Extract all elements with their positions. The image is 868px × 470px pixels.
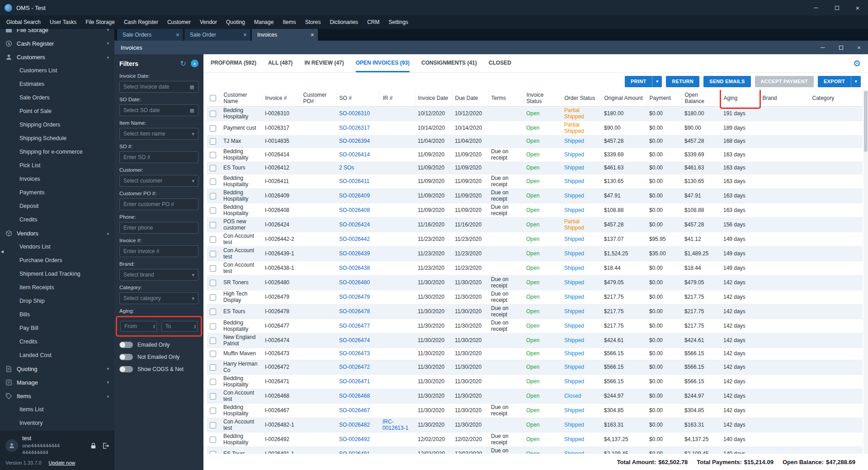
close-button[interactable]: × <box>847 0 868 15</box>
sidebar-item-quoting[interactable]: Quoting▾ <box>0 362 114 376</box>
so-number-link[interactable]: SO-0026482 <box>339 422 370 428</box>
table-row[interactable]: Bedding HospitalityI-0026411SO-002641111… <box>207 174 863 189</box>
so-number-link[interactable]: SO-0026479 <box>339 294 370 300</box>
sidebar-item-items-list[interactable]: Items List <box>0 403 114 416</box>
table-row[interactable]: Muffin MavenI-0026473SO-002647311/30/202… <box>207 348 863 360</box>
table-row[interactable]: ES ToursI-00264122 SOs11/09/202011/09/20… <box>207 162 863 174</box>
menu-item-items[interactable]: Items <box>278 19 300 25</box>
aging-from-input[interactable]: From ▴▾ <box>120 321 157 332</box>
filter-input-so[interactable]: Enter SO # <box>119 151 198 163</box>
so-number-link[interactable]: SO-0026438 <box>339 265 370 271</box>
filter-input-item-name[interactable]: Select item name▾ <box>119 128 198 140</box>
table-row[interactable]: Bedding HospitalityI-0026492SO-002649212… <box>207 432 863 447</box>
filter-input-brand[interactable]: Select brand▾ <box>119 269 198 281</box>
column-header-open-balance[interactable]: Open Balance <box>682 90 721 107</box>
filter-input-category[interactable]: Select category▾ <box>119 292 198 304</box>
filter-input-customer[interactable]: Select customer▾ <box>119 175 198 187</box>
column-header-order-status[interactable]: Order Status <box>561 90 601 107</box>
doc-tab-invoices[interactable]: Invoices× <box>252 29 318 41</box>
row-checkbox[interactable] <box>210 280 216 286</box>
so-number-link[interactable]: SO-0026408 <box>339 207 370 213</box>
row-checkbox[interactable] <box>210 111 216 117</box>
so-number-link[interactable]: SO-0026394 <box>339 138 370 144</box>
tab-proforma-592[interactable]: PROFORMA (592) <box>211 54 256 72</box>
sidebar-item-drop-ship[interactable]: Drop Ship <box>0 294 114 308</box>
so-number-link[interactable]: SO-0026411 <box>339 178 369 184</box>
sidebar-item-credits[interactable]: Credits <box>0 213 114 226</box>
sidebar-item-point-of-sale[interactable]: Point of Sale <box>0 104 114 118</box>
sidebar-item-inventory[interactable]: Inventory <box>0 416 114 430</box>
sidebar-item-shipping-for-e-commerce[interactable]: Shipping for e-commerce <box>0 145 114 159</box>
table-row[interactable]: Bedding HospitalityI-0026467SO-002646711… <box>207 404 863 418</box>
so-number-link[interactable]: SO-0026409 <box>339 193 370 199</box>
column-header-invoice-date[interactable]: Invoice Date <box>415 90 452 107</box>
row-checkbox[interactable] <box>210 323 216 329</box>
action-send-emails-button[interactable]: SEND EMAILS <box>703 76 750 87</box>
row-checkbox[interactable] <box>210 309 216 315</box>
chevron-down-icon[interactable]: ▾ <box>192 178 194 184</box>
row-checkbox[interactable] <box>210 408 216 414</box>
restore-button[interactable] <box>826 0 847 15</box>
table-row[interactable]: Bedding HospitalityI-0026310SO-002631010… <box>207 107 863 121</box>
settings-gear-icon[interactable]: ⚙ <box>853 59 861 68</box>
column-header-so[interactable]: SO # <box>336 90 380 107</box>
table-row[interactable]: ES ToursI-0026491-1SO-002649112/02/20201… <box>207 447 863 454</box>
action-return-button[interactable]: RETURN <box>666 76 699 87</box>
tab-open-invoices-93[interactable]: OPEN INVOICES (93) <box>356 54 410 72</box>
menu-item-manage[interactable]: Manage <box>250 19 278 25</box>
aging-to-input[interactable]: To ▴▾ <box>161 321 198 332</box>
row-checkbox[interactable] <box>210 152 216 158</box>
sidebar-item-shipping-schedule[interactable]: Shipping Schedule <box>0 132 114 145</box>
sidebar-item-bills[interactable]: Bills <box>0 308 114 321</box>
column-header-terms[interactable]: Terms <box>488 90 524 107</box>
menu-item-user-tasks[interactable]: User Tasks <box>45 19 81 25</box>
calendar-icon[interactable]: ▦ <box>190 84 194 90</box>
sidebar-item-customers-list[interactable]: Customers List <box>0 64 114 77</box>
row-checkbox[interactable] <box>210 125 216 132</box>
sidebar-item-payments[interactable]: Payments <box>0 186 114 199</box>
menu-item-crm[interactable]: CRM <box>363 19 384 25</box>
filter-input-phone[interactable]: Enter phone <box>119 222 198 234</box>
menu-item-vendor[interactable]: Vendor <box>195 19 222 25</box>
sidebar-item-credits[interactable]: Credits <box>0 335 114 348</box>
table-row[interactable]: Con Account testI-0026468SO-002646811/30… <box>207 389 863 404</box>
row-checkbox[interactable] <box>210 451 216 454</box>
so-number-link[interactable]: SO-0026473 <box>339 350 370 357</box>
filter-input-invoice[interactable]: Enter invoice # <box>119 245 198 257</box>
action-export-button[interactable]: EXPORT▾ <box>818 76 861 87</box>
lock-icon[interactable] <box>90 442 97 449</box>
sidebar-item-customers[interactable]: Customers▴ <box>0 50 114 64</box>
show-cogs-net-toggle[interactable] <box>119 366 133 372</box>
emailed-only-toggle[interactable] <box>119 342 133 348</box>
table-row[interactable]: ES ToursI-0026478SO-002647811/30/202011/… <box>207 305 863 319</box>
row-checkbox[interactable] <box>210 437 216 443</box>
menu-item-customer[interactable]: Customer <box>163 19 195 25</box>
row-checkbox[interactable] <box>210 165 216 171</box>
tab-closed[interactable]: CLOSED <box>489 54 511 72</box>
so-number-link[interactable]: SO-0026478 <box>339 308 370 315</box>
filter-input-customer-po[interactable]: Enter customer PO # <box>119 198 198 210</box>
so-number-link[interactable]: SO-0026424 <box>339 221 370 228</box>
sidebar-item-cash-register[interactable]: $Cash Register▾ <box>0 37 114 50</box>
so-number-link[interactable]: SO-0026414 <box>339 151 370 158</box>
so-number-link[interactable]: SO-0026468 <box>339 393 370 399</box>
column-header-ir[interactable]: IR # <box>380 90 415 107</box>
sidebar-item-file-storage[interactable]: File Storage▾ <box>0 29 114 37</box>
column-header-customer-po[interactable]: Customer PO# <box>300 90 336 107</box>
stepper-arrows-icon[interactable]: ▴▾ <box>153 324 155 329</box>
tab-consignments-41[interactable]: CONSIGNMENTS (41) <box>421 54 477 72</box>
sidebar-item-vendors[interactable]: Vendors▴ <box>0 226 114 240</box>
table-row[interactable]: Bedding HospitalityI-0026414SO-002641411… <box>207 148 863 162</box>
menu-item-dictionaries[interactable]: Dictionaries <box>325 19 363 25</box>
column-header-category[interactable]: Category <box>809 90 863 107</box>
column-header-invoice-status[interactable]: Invoice Status <box>524 90 561 107</box>
column-header-customer-name[interactable]: Customer Name <box>221 90 262 107</box>
menu-item-file-storage[interactable]: File Storage <box>81 19 119 25</box>
sidebar-item-item-receipts[interactable]: Item Receipts <box>0 281 114 294</box>
stepper-arrows-icon[interactable]: ▴▾ <box>194 324 196 329</box>
close-icon[interactable]: × <box>176 31 179 38</box>
row-checkbox[interactable] <box>210 422 216 428</box>
so-number-link[interactable]: SO-0026491 <box>339 451 370 454</box>
sidebar-item-vendors-list[interactable]: Vendors List <box>0 240 114 254</box>
row-checkbox[interactable] <box>210 393 216 400</box>
